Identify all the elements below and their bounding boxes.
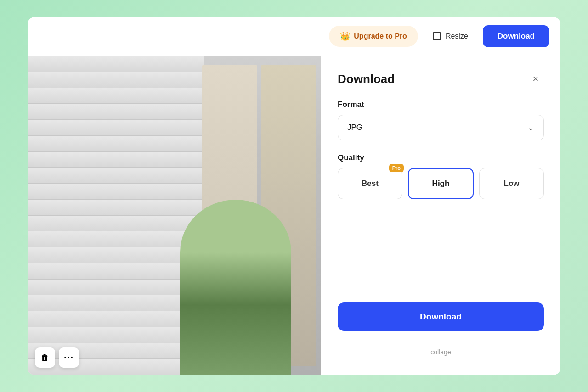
resize-button[interactable]: Resize [424, 27, 477, 46]
quality-high-label: High [432, 179, 450, 188]
close-icon: × [533, 73, 539, 85]
image-background [28, 56, 321, 375]
resize-label: Resize [446, 32, 468, 40]
collage-label: collage [338, 344, 544, 360]
format-section: Format JPG ⌄ [338, 100, 544, 140]
chevron-down-icon: ⌄ [527, 123, 534, 133]
crown-icon: 👑 [340, 31, 350, 41]
quality-best-label: Best [362, 179, 379, 188]
more-icon: ••• [64, 354, 74, 361]
main-content: 🗑 ••• Download × Format JPG ⌄ [28, 56, 560, 375]
quality-options: Pro Best High Low [338, 168, 544, 199]
close-button[interactable]: × [527, 71, 544, 87]
download-action-label: Download [420, 312, 462, 321]
pro-badge: Pro [389, 164, 404, 172]
delete-button[interactable]: 🗑 [35, 347, 55, 368]
image-panel: 🗑 ••• [28, 56, 321, 375]
quality-best-button[interactable]: Pro Best [338, 168, 402, 199]
download-header-button[interactable]: Download [483, 25, 549, 47]
quality-low-label: Low [504, 179, 520, 188]
image-toolbar: 🗑 ••• [35, 347, 79, 368]
trash-icon: 🗑 [41, 353, 49, 363]
quality-label: Quality [338, 153, 544, 162]
quality-high-button[interactable]: High [408, 168, 474, 199]
upgrade-to-pro-button[interactable]: 👑 Upgrade to Pro [329, 26, 418, 47]
download-panel: Download × Format JPG ⌄ Quality Pro [321, 56, 560, 375]
format-label: Format [338, 100, 544, 109]
upgrade-label: Upgrade to Pro [354, 32, 407, 40]
quality-section: Quality Pro Best High Low [338, 153, 544, 199]
app-container: 👑 Upgrade to Pro Resize Download [28, 17, 560, 375]
format-dropdown[interactable]: JPG ⌄ [338, 115, 544, 140]
resize-icon [433, 32, 441, 40]
blinds-visual [28, 56, 204, 375]
download-header-label: Download [498, 32, 535, 40]
quality-low-button[interactable]: Low [479, 168, 544, 199]
top-bar: 👑 Upgrade to Pro Resize Download [28, 17, 560, 56]
more-options-button[interactable]: ••• [59, 347, 79, 368]
format-value: JPG [347, 123, 362, 132]
panel-header: Download × [338, 71, 544, 87]
download-action-button[interactable]: Download [338, 302, 544, 331]
panel-title: Download [338, 72, 395, 86]
plant-visual [180, 200, 291, 375]
